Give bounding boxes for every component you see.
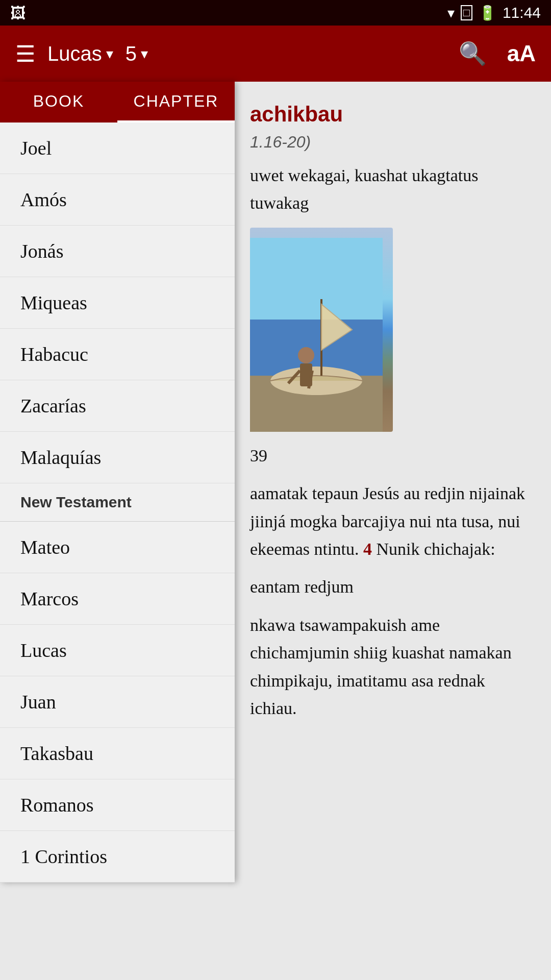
list-item-malaquias[interactable]: Malaquías: [0, 432, 235, 483]
content-inner: achikbau 1.16-20) uwet wekagai, kuashat …: [235, 92, 541, 743]
list-item-mateo[interactable]: Mateo: [0, 522, 235, 573]
verse-text-2: aamatak tepaun Jesús au redjin nijainak …: [250, 480, 525, 563]
verse-text-4: eantam redjum: [250, 573, 525, 601]
tab-chapter[interactable]: CHAPTER: [117, 82, 235, 122]
book-name: Lucas: [47, 42, 102, 65]
verse-number-display: 39: [250, 442, 525, 470]
list-item-marcos[interactable]: Marcos: [0, 573, 235, 625]
search-icon[interactable]: 🔍: [459, 40, 487, 67]
list-item-jonas[interactable]: Jonás: [0, 226, 235, 277]
list-item-zacarias[interactable]: Zacarías: [0, 380, 235, 432]
toolbar: ☰ Lucas ▾ 5 ▾ 🔍 aA: [0, 26, 551, 82]
new-testament-header: New Testament: [0, 483, 235, 522]
svg-point-5: [298, 347, 314, 363]
battery-icon: 🔋: [479, 5, 496, 21]
verse-text-1: uwet wekagai, kuashat ukagtatus tuwakag: [250, 162, 525, 217]
dropdown-panel: BOOK CHAPTER Joel Amós Jonás Miqueas Hab…: [0, 82, 235, 883]
verse-image: [250, 228, 393, 432]
list-item-amos[interactable]: Amós: [0, 174, 235, 226]
boat-image-svg: [250, 238, 383, 432]
verse-title: achikbau: [250, 102, 525, 127]
status-bar-right: ▾ □ 🔋 11:44: [447, 4, 541, 21]
verse-subtitle: 1.16-20): [250, 133, 525, 152]
book-dropdown-arrow: ▾: [106, 45, 113, 62]
list-item-lucas[interactable]: Lucas: [0, 625, 235, 676]
status-bar: 🖼 ▾ □ 🔋 11:44: [0, 0, 551, 26]
toolbar-left: ☰ Lucas ▾ 5 ▾: [15, 41, 148, 67]
status-bar-left: 🖼: [10, 4, 26, 22]
book-selector[interactable]: Lucas ▾: [47, 42, 113, 65]
app-icon: 🖼: [10, 4, 26, 22]
list-item-romanos[interactable]: Romanos: [0, 779, 235, 831]
time-display: 11:44: [503, 4, 541, 21]
list-item-miqueas[interactable]: Miqueas: [0, 277, 235, 329]
chapter-dropdown-arrow: ▾: [141, 45, 148, 62]
font-size-icon[interactable]: aA: [507, 41, 536, 66]
verse-text-5: nkawa tsawampakuish ame chichamjumin shi…: [250, 611, 525, 723]
tab-book[interactable]: BOOK: [0, 82, 117, 122]
list-item-juan[interactable]: Juan: [0, 676, 235, 728]
list-item-habacuc[interactable]: Habacuc: [0, 329, 235, 380]
toolbar-right: 🔍 aA: [459, 40, 536, 67]
list-item-joel[interactable]: Joel: [0, 122, 235, 174]
list-item-takasbau[interactable]: Takasbau: [0, 728, 235, 779]
chapter-number: 5: [126, 42, 137, 65]
wifi-icon: ▾: [447, 5, 455, 21]
menu-icon[interactable]: ☰: [15, 41, 35, 67]
list-item-1corintios[interactable]: 1 Corintios: [0, 831, 235, 883]
verse-number-3: 4: [363, 540, 372, 558]
chapter-selector[interactable]: 5 ▾: [126, 42, 148, 65]
svg-rect-0: [250, 238, 383, 320]
book-list: Joel Amós Jonás Miqueas Habacuc Zacarías…: [0, 122, 235, 883]
sim-icon: □: [461, 5, 472, 20]
tab-bar: BOOK CHAPTER: [0, 82, 235, 122]
